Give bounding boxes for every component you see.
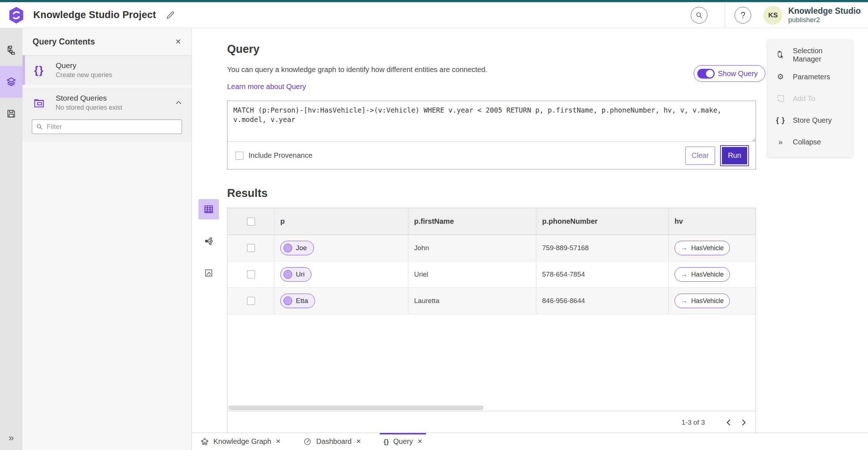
cell-phonenumber: 759-889-57168	[536, 235, 669, 261]
row-checkbox-cell	[227, 261, 275, 287]
panel-item-query[interactable]: {} Query Create new queries	[22, 55, 191, 85]
table-empty-space	[227, 314, 756, 404]
node-pill[interactable]: Etta	[280, 294, 315, 308]
selection-manager-icon	[775, 50, 786, 60]
panel-item-stored-queries[interactable]: Stored Queries No stored queries exist	[22, 88, 191, 117]
node-label: Uri	[296, 270, 305, 278]
node-circle-icon	[284, 244, 292, 252]
show-query-label: Show Query	[718, 70, 758, 78]
rail-item-save[interactable]	[0, 98, 22, 130]
menu-item-parameters[interactable]: ⚙ Parameters	[767, 66, 853, 88]
node-pill[interactable]: Uri	[280, 267, 311, 282]
project-title: Knowledge Studio Project	[33, 9, 156, 21]
toggle-switch-on[interactable]	[697, 69, 715, 79]
row-checkbox[interactable]	[247, 270, 255, 278]
tab-close-icon[interactable]: ✕	[276, 438, 281, 445]
tab-label: Dashboard	[316, 437, 352, 446]
query-actions-bar: Include Provenance Clear Run	[227, 142, 756, 169]
knowledge-graph-icon	[200, 437, 209, 446]
layers-icon	[5, 76, 17, 88]
filter-search-icon	[36, 123, 43, 130]
node-pill[interactable]: Joe	[280, 241, 314, 255]
search-button[interactable]	[691, 7, 707, 24]
view-graph-button[interactable]	[199, 231, 219, 251]
table-pagination-footer: 1-3 of 3	[227, 411, 756, 433]
tab-query-active[interactable]: {} Query ✕	[380, 433, 425, 450]
pagination-range: 1-3 of 3	[682, 419, 705, 426]
relationship-pill[interactable]: →HasVehicle	[675, 241, 730, 255]
select-all-checkbox[interactable]	[247, 218, 255, 226]
scrollbar-thumb[interactable]	[228, 405, 484, 410]
menu-item-add-to-disabled: Add To	[767, 88, 853, 109]
panel-item-subtitle: No stored queries exist	[56, 104, 175, 112]
braces-icon: {}	[34, 64, 44, 76]
cell-firstname: John	[408, 235, 536, 261]
tab-knowledge-graph[interactable]: Knowledge Graph ✕	[197, 433, 284, 450]
panel-filter-section	[22, 117, 191, 142]
panel-item-stored-text: Stored Queries No stored queries exist	[56, 94, 175, 112]
menu-item-collapse[interactable]: » Collapse	[767, 131, 853, 153]
column-header-firstname: p.firstName	[408, 208, 536, 235]
bottom-tab-bar: Knowledge Graph ✕ Dashboard ✕ {} Query ✕	[192, 433, 868, 450]
view-table-button[interactable]	[199, 199, 219, 219]
dashboard-gauge-icon	[303, 437, 312, 446]
filter-input[interactable]	[47, 123, 178, 131]
left-icon-rail: »	[0, 28, 22, 450]
user-avatar[interactable]: KS	[763, 6, 782, 25]
double-chevron-right-icon: »	[9, 432, 14, 443]
column-header-p: p	[275, 208, 408, 235]
tab-close-icon[interactable]: ✕	[356, 438, 361, 445]
include-provenance-checkbox[interactable]	[235, 152, 243, 160]
row-checkbox[interactable]	[247, 244, 255, 252]
run-button[interactable]: Run	[720, 145, 749, 166]
cell-p: Uri	[275, 261, 408, 287]
results-view-switcher	[198, 199, 219, 283]
table-header-row: p p.firstName p.phoneNumber hv	[227, 208, 756, 235]
table-row: Etta Lauretta 846-956-8644 →HasVehicle	[227, 288, 756, 314]
panel-header: Query Contents ✕	[22, 28, 191, 55]
clear-button[interactable]: Clear	[685, 147, 715, 165]
rail-item-hierarchy[interactable]	[0, 34, 22, 66]
query-textarea[interactable]: MATCH (p:Person)-[hv:HasVehicle]->(v:Veh…	[227, 101, 756, 142]
tab-label: Knowledge Graph	[213, 437, 271, 446]
help-button[interactable]: ?	[735, 7, 751, 24]
panel-close-button[interactable]: ✕	[175, 37, 181, 46]
arrow-right-icon: →	[681, 244, 688, 252]
tab-dashboard[interactable]: Dashboard ✕	[300, 433, 364, 450]
panel-item-title: Stored Queries	[56, 94, 175, 102]
include-provenance-label: Include Provenance	[248, 151, 312, 160]
graph-view-icon	[204, 236, 214, 246]
cell-firstname: Uriel	[408, 261, 536, 287]
relationship-pill[interactable]: →HasVehicle	[675, 267, 730, 282]
relationship-pill[interactable]: →HasVehicle	[675, 294, 730, 308]
menu-item-store-query[interactable]: { } Store Query	[767, 109, 853, 131]
edit-title-pencil-icon[interactable]	[165, 10, 175, 20]
main-area: » Query Contents ✕ {} Query Create new q…	[0, 28, 868, 450]
panel-item-title: Query	[56, 61, 184, 70]
learn-more-link[interactable]: Learn more about Query	[227, 83, 306, 91]
view-chart-button[interactable]	[199, 263, 219, 283]
menu-item-selection-manager[interactable]: Selection Manager	[767, 44, 853, 66]
panel-gap	[22, 85, 191, 88]
previous-page-button[interactable]	[721, 415, 736, 430]
rail-expand-button[interactable]: »	[9, 432, 14, 443]
cell-p: Etta	[275, 288, 408, 314]
cell-hv: →HasVehicle	[669, 288, 756, 314]
menu-item-label: Selection Manager	[793, 47, 853, 63]
menu-item-label: Store Query	[793, 116, 832, 125]
next-page-button[interactable]	[736, 415, 751, 430]
cell-p: Joe	[275, 235, 408, 261]
tab-close-icon[interactable]: ✕	[417, 438, 422, 445]
close-icon: ✕	[175, 38, 181, 46]
topbar-divider	[725, 2, 725, 28]
chevron-left-icon	[726, 419, 731, 426]
node-label: Joe	[296, 244, 307, 252]
show-query-toggle[interactable]: Show Query	[694, 65, 765, 82]
rail-item-layers-selected[interactable]	[0, 66, 22, 98]
row-checkbox-cell	[227, 235, 275, 261]
node-circle-icon	[284, 270, 292, 279]
row-checkbox[interactable]	[247, 297, 255, 305]
panel-item-subtitle: Create new queries	[56, 71, 184, 79]
collapse-section-button[interactable]	[175, 100, 182, 106]
panel-empty-area	[22, 142, 191, 450]
